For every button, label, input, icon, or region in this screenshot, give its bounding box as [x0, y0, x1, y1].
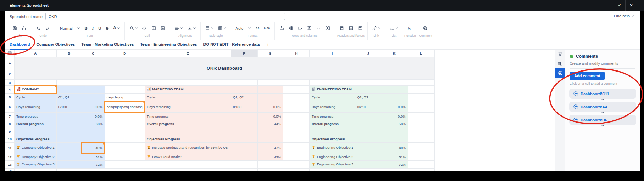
cell-H13[interactable] [283, 161, 309, 169]
cell-J10[interactable] [355, 135, 381, 143]
cell-J11[interactable] [355, 143, 381, 153]
cell-A13[interactable]: Company Objective 3 [15, 161, 57, 169]
cell-J3[interactable] [355, 80, 381, 86]
row-header-11[interactable]: 11 [5, 143, 15, 153]
cell-C6[interactable]: 0.0% [82, 101, 105, 113]
cell-L10[interactable] [408, 135, 434, 143]
cell-K11[interactable]: 40% [381, 143, 408, 153]
clear-format-icon[interactable] [142, 26, 147, 30]
delete-cells-icon[interactable] [298, 26, 302, 30]
comment-icon[interactable] [422, 26, 427, 30]
cell-J13[interactable] [355, 161, 381, 169]
expand-comment-chevron-icon[interactable] [569, 99, 636, 101]
cell-B9[interactable] [56, 128, 82, 135]
cell-K9[interactable] [381, 128, 408, 135]
cell-L13[interactable] [408, 161, 434, 169]
cell-E7[interactable]: Time progress [145, 113, 231, 120]
cell-F8[interactable] [231, 120, 257, 128]
comments-icon[interactable] [555, 68, 565, 78]
cell-H5[interactable] [283, 94, 309, 101]
cell-L5[interactable] [408, 94, 434, 101]
cell-G6[interactable]: 0.0% [257, 101, 283, 113]
column-width-icon[interactable] [316, 26, 321, 30]
cell-F10[interactable] [231, 135, 257, 143]
column-header-e[interactable]: E [145, 50, 231, 57]
row-header-12[interactable]: 12 [5, 153, 15, 161]
cell-I5[interactable]: Cycle [309, 94, 355, 101]
cell-F4[interactable] [231, 86, 257, 94]
cell-E5[interactable]: Cycle [145, 94, 231, 101]
cell-F11[interactable] [231, 143, 257, 153]
row-height-icon[interactable] [307, 26, 312, 30]
tab-team-marketing-objectives[interactable]: Team - Marketing Objectives [81, 40, 134, 50]
cell-J9[interactable] [355, 128, 381, 135]
column-header-j[interactable]: J [355, 50, 381, 57]
table-header-icon[interactable] [205, 26, 213, 30]
cell-D9[interactable] [105, 128, 145, 135]
cell-K7[interactable]: 0.0% [381, 113, 408, 120]
footer-icon[interactable] [349, 26, 353, 30]
export-icon[interactable] [22, 26, 26, 30]
row-header-10[interactable]: 10 [5, 135, 15, 143]
row-header-5[interactable]: 5 [5, 94, 15, 101]
text-color-icon[interactable]: A [113, 26, 119, 31]
dashboard-title-band[interactable]: OKR Dashboard [15, 57, 435, 80]
fields-icon[interactable] [555, 59, 565, 68]
cell-D6[interactable]: sdsqdqdqsdsq dsdsdsq [105, 101, 145, 113]
cell-H12[interactable] [283, 153, 309, 161]
column-header-k[interactable]: K [381, 50, 408, 57]
filter-icon[interactable] [555, 50, 565, 59]
cell-L4[interactable] [408, 86, 434, 94]
cell-I9[interactable] [309, 128, 355, 135]
align-left-icon[interactable] [175, 26, 183, 30]
cell-L9[interactable] [408, 128, 434, 135]
cell-I3[interactable] [309, 80, 355, 86]
cell-A11[interactable]: Company Objective 1 [15, 143, 57, 153]
cell-A12[interactable]: Company Objective 2 [15, 153, 57, 161]
cell-B10[interactable] [56, 135, 82, 143]
cell-I12[interactable]: Engineering Objective 2 [309, 153, 355, 161]
row-header-1[interactable]: 1 [5, 57, 15, 68]
cell-F14[interactable] [231, 169, 257, 171]
cell-B11[interactable] [56, 143, 82, 153]
italic-icon[interactable]: I [92, 26, 94, 30]
cell-B5[interactable]: Q1, Q2 [56, 94, 82, 101]
cell-H7[interactable] [283, 113, 309, 120]
column-header-l[interactable]: L [408, 50, 434, 57]
decimal-increase-icon[interactable]: 0.00 [264, 27, 270, 30]
comment-chip-dashboard-a4[interactable]: Dashboard!A4 [569, 102, 636, 112]
redo-icon[interactable] [45, 26, 50, 30]
column-header-f[interactable]: F [231, 50, 257, 57]
cell-I4[interactable]: ENGINEERING TEAM [309, 86, 355, 94]
bold-icon[interactable]: B [84, 26, 87, 30]
spreadsheet-name-input[interactable] [45, 13, 285, 20]
decimal-decrease-icon[interactable]: 0.0 [256, 27, 259, 30]
row-header-6[interactable]: 6 [5, 101, 15, 113]
cell-F6[interactable]: 0/180 [231, 101, 257, 113]
cell-E10[interactable]: Objectives Progress [145, 135, 231, 143]
find-help-dropdown[interactable]: Find help [614, 14, 634, 18]
strikethrough-icon[interactable]: S [106, 26, 109, 30]
cell-B3[interactable] [56, 80, 82, 86]
cell-C4[interactable] [82, 86, 105, 94]
dropdown-normal[interactable]: Normal [60, 26, 80, 30]
cell-L7[interactable] [408, 113, 434, 120]
cell-A3[interactable] [15, 80, 57, 86]
cell-E6[interactable]: Days remaining [145, 101, 231, 113]
tab-dashboard[interactable]: Dashboard [10, 40, 30, 50]
link-icon[interactable] [372, 26, 380, 30]
cell-K12[interactable]: 61% [381, 153, 408, 161]
dropdown-auto[interactable]: Auto [236, 26, 251, 30]
cell-K3[interactable] [381, 80, 408, 86]
column-header-g[interactable]: G [257, 50, 283, 57]
cell-K5[interactable] [381, 94, 408, 101]
cell-B6[interactable]: 0/180 [56, 101, 82, 113]
cell-E13[interactable] [145, 161, 231, 169]
cell-E8[interactable]: Overall progress [145, 120, 231, 128]
cell-H11[interactable] [283, 143, 309, 153]
row-header-3[interactable]: 3 [5, 80, 15, 86]
cell-K10[interactable] [381, 135, 408, 143]
row-header-8[interactable]: 8 [5, 120, 15, 128]
row-header-9[interactable]: 9 [5, 128, 15, 135]
tab-company-objectives[interactable]: Company Objectives [36, 40, 75, 50]
